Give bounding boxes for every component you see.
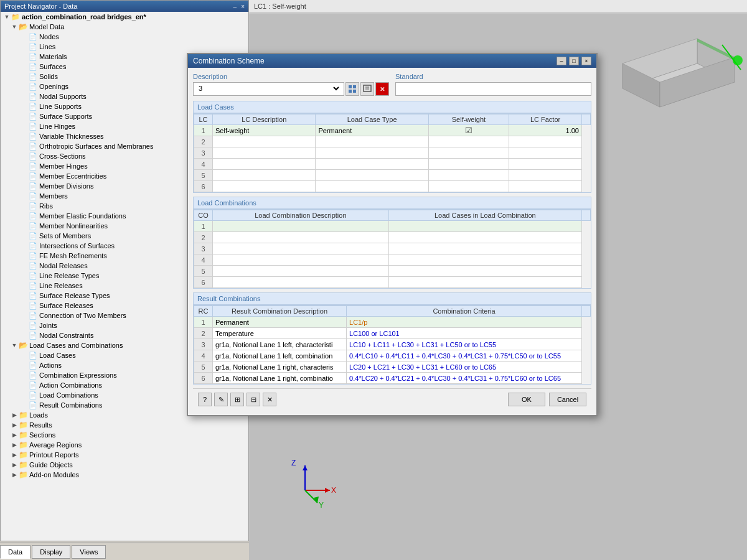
rc-cell-desc[interactable]: gr1a, Notional Lane 1 right, combinatio (213, 373, 347, 384)
co-row-6[interactable]: 6 (194, 277, 591, 288)
tree-item-nodes[interactable]: 📄Nodes (1, 32, 248, 42)
tree-toggle-model-data[interactable]: ▼ (11, 24, 18, 30)
rc-cell-criteria[interactable]: 0.4*LC10 + 0.4*LC11 + 0.4*LC30 + 0.4*LC3… (347, 350, 582, 362)
lc-cell-desc[interactable] (213, 136, 316, 147)
navigator-minimize-btn[interactable]: – (233, 3, 237, 10)
grid-icon-btn[interactable] (345, 82, 359, 96)
lc-cell-factor[interactable]: 1.00 (509, 125, 582, 136)
tab-display[interactable]: Display (32, 545, 70, 559)
rc-row-2[interactable]: 2 Temperature LC100 or LC101 (194, 328, 591, 339)
lc-cell-self-weight[interactable]: ☑ (428, 125, 509, 136)
co-cell-desc[interactable] (213, 254, 389, 266)
tree-toggle-printout[interactable]: ▶ (11, 452, 18, 458)
export-btn[interactable]: ✕ (263, 393, 276, 406)
co-row-2[interactable]: 2 (194, 232, 591, 243)
rc-cell-desc[interactable]: gr1a, Notional Lane 1 left, combination (213, 350, 347, 362)
tab-data[interactable]: Data (0, 545, 31, 559)
tree-item-lines[interactable]: 📄Lines (1, 42, 248, 52)
dialog-close-btn[interactable]: × (581, 57, 591, 65)
lc-cell-self-weight[interactable] (428, 181, 509, 192)
co-row-4[interactable]: 4 (194, 254, 591, 266)
tree-item-sections[interactable]: ▶ 📁 Sections (1, 430, 248, 440)
edit-btn[interactable]: ✎ (214, 393, 228, 406)
lc-row-3[interactable]: 3 (194, 147, 591, 159)
lc-cell-factor[interactable] (509, 147, 582, 159)
lc-cell-desc[interactable] (213, 181, 316, 192)
rc-row-1[interactable]: 1 Permanent LC1/p (194, 317, 591, 328)
co-cell-desc[interactable] (213, 277, 389, 288)
tree-toggle-avg-regions[interactable]: ▶ (11, 442, 18, 448)
rc-cell-criteria[interactable]: LC1/p (347, 317, 582, 328)
description-select[interactable]: 3 (196, 84, 341, 93)
description-input-wrapper[interactable]: 3 (193, 82, 344, 96)
co-row-3[interactable]: 3 (194, 243, 591, 254)
standard-input[interactable]: EN 1990 + EN 1991-2; Road Bridges | CEN (395, 82, 591, 96)
lc-cell-desc[interactable]: Self-weight (213, 125, 316, 136)
co-cell-desc[interactable] (213, 232, 389, 243)
co-cell-cases[interactable] (388, 243, 581, 254)
tree-toggle-addon[interactable]: ▶ (11, 472, 18, 478)
co-cell-cases[interactable] (388, 277, 581, 288)
lc-cell-self-weight[interactable] (428, 170, 509, 181)
rc-row-3[interactable]: 3 gr1a, Notional Lane 1 left, characteri… (194, 339, 591, 350)
lc-cell-desc[interactable] (213, 159, 316, 170)
collapse-btn[interactable]: ⊟ (247, 393, 260, 406)
lc-cell-self-weight[interactable] (428, 159, 509, 170)
tree-item-addon-modules[interactable]: ▶ 📁 Add-on Modules (1, 470, 248, 480)
dialog-maximize-btn[interactable]: □ (569, 57, 579, 65)
tree-item-guide-objects[interactable]: ▶ 📁 Guide Objects (1, 460, 248, 470)
tree-toggle-sections[interactable]: ▶ (11, 432, 18, 438)
tab-views[interactable]: Views (72, 545, 106, 559)
lc-cell-factor[interactable] (509, 159, 582, 170)
rc-row-6[interactable]: 6 gr1a, Notional Lane 1 right, combinati… (194, 373, 591, 384)
help-btn[interactable]: ? (198, 393, 212, 406)
rc-row-5[interactable]: 5 gr1a, Notional Lane 1 right, character… (194, 362, 591, 373)
co-cell-cases[interactable] (388, 254, 581, 266)
tree-toggle-loads[interactable]: ▶ (11, 412, 18, 418)
lc-row-2[interactable]: 2 (194, 136, 591, 147)
tree-item-printout-reports[interactable]: ▶ 📁 Printout Reports (1, 450, 248, 460)
rc-cell-criteria[interactable]: LC100 or LC101 (347, 328, 582, 339)
tree-item-model-data[interactable]: ▼ 📂 Model Data (1, 22, 248, 32)
rc-cell-criteria[interactable]: LC20 + LC21 + LC30 + LC31 + LC60 or to L… (347, 362, 582, 373)
dialog-minimize-btn[interactable]: – (557, 57, 566, 65)
rc-cell-criteria[interactable]: LC10 + LC11 + LC30 + LC31 + LC50 or to L… (347, 339, 582, 350)
lc-cell-desc[interactable] (213, 170, 316, 181)
co-cell-desc[interactable] (213, 266, 389, 277)
lc-cell-desc[interactable] (213, 147, 316, 159)
tree-item-average-regions[interactable]: ▶ 📁 Average Regions (1, 440, 248, 450)
rc-cell-desc[interactable]: Permanent (213, 317, 347, 328)
co-row-5[interactable]: 5 (194, 266, 591, 277)
rc-cell-criteria[interactable]: 0.4*LC20 + 0.4*LC21 + 0.4*LC30 + 0.4*LC3… (347, 373, 582, 384)
ok-button[interactable]: OK (508, 393, 545, 406)
delete-btn[interactable]: ✕ (375, 82, 389, 96)
lc-row-6[interactable]: 6 (194, 181, 591, 192)
lc-cell-self-weight[interactable] (428, 147, 509, 159)
edit-scheme-btn[interactable] (360, 82, 374, 96)
lc-cell-factor[interactable] (509, 136, 582, 147)
tree-toggle-results[interactable]: ▶ (11, 422, 18, 428)
rc-row-4[interactable]: 4 gr1a, Notional Lane 1 left, combinatio… (194, 350, 591, 362)
co-cell-cases[interactable] (388, 221, 581, 232)
lc-cell-factor[interactable] (509, 170, 582, 181)
co-cell-desc[interactable] (213, 221, 389, 232)
tree-toggle-guide[interactable]: ▶ (11, 462, 18, 468)
co-cell-desc[interactable] (213, 243, 389, 254)
tree-item-project[interactable]: ▼ 📁 action_combination_road bridges_en* (1, 12, 248, 22)
rc-cell-desc[interactable]: gr1a, Notional Lane 1 left, characterist… (213, 339, 347, 350)
lc-row-5[interactable]: 5 (194, 170, 591, 181)
lc-cell-factor[interactable] (509, 181, 582, 192)
tree-toggle-lcc[interactable]: ▼ (11, 342, 18, 348)
co-cell-cases[interactable] (388, 266, 581, 277)
expand-btn[interactable]: ⊞ (230, 393, 244, 406)
rc-cell-desc[interactable]: gr1a, Notional Lane 1 right, characteris (213, 362, 347, 373)
co-row-1[interactable]: 1 (194, 221, 591, 232)
tree-toggle-project[interactable]: ▼ (3, 14, 11, 20)
tree-item-results[interactable]: ▶ 📁 Results (1, 420, 248, 430)
lc-row-1[interactable]: 1 Self-weight Permanent ☑ 1.00 (194, 125, 591, 136)
lc-row-4[interactable]: 4 (194, 159, 591, 170)
lc-cell-self-weight[interactable] (428, 136, 509, 147)
co-cell-cases[interactable] (388, 232, 581, 243)
cancel-button[interactable]: Cancel (549, 393, 586, 406)
rc-cell-desc[interactable]: Temperature (213, 328, 347, 339)
